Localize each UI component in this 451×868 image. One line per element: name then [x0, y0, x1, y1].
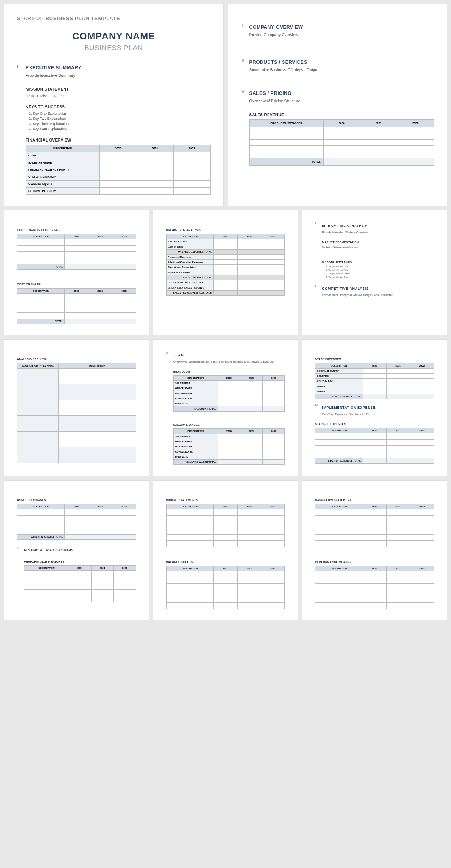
- mission-heading: MISSION STATEMENT: [26, 87, 211, 91]
- page-row-4: ASSET PURCHASES DESCRIPTION202020212022 …: [4, 480, 447, 620]
- page-1: START-UP BUSINESS PLAN TEMPLATE COMPANY …: [4, 4, 224, 206]
- template-title: START-UP BUSINESS PLAN TEMPLATE: [17, 15, 211, 21]
- is-table: DESCRIPTION202020212022: [166, 504, 285, 547]
- bs-table: DESCRIPTION202020212022: [166, 566, 285, 609]
- page-5: I.MARKETING STRATEGYProvide Marketing St…: [302, 210, 447, 335]
- keys-list: Key One Explanation Key Two Explanation …: [33, 112, 211, 131]
- page-4: BREAK-EVEN ANALYSIS DESCRIPTION202020212…: [153, 210, 298, 335]
- section-company-overview: II.COMPANY OVERVIEW Provide Company Over…: [241, 23, 434, 37]
- section-exec-summary: I.EXECUTIVE SUMMARY Provide Executive Su…: [17, 64, 211, 78]
- finov-table: DESCRIPTION202020212022 CASH SALES REVEN…: [26, 145, 211, 195]
- page-row-2: GROSS-MARGIN PERCENTAGE DESCRIPTION20202…: [4, 210, 447, 335]
- key-item: Key Four Explanation: [33, 127, 211, 131]
- section-products: III.PRODUCTS / SERVICES Summarize Busine…: [241, 58, 434, 72]
- page-3: GROSS-MARGIN PERCENTAGE DESCRIPTION20202…: [4, 210, 149, 335]
- pm2-table: DESCRIPTION202020212022: [315, 566, 434, 609]
- sw-table: DESCRIPTION202020212022 SALES REPS OFFIC…: [173, 428, 285, 465]
- cos-table: DESCRIPTION202020212022 TOTAL: [17, 288, 136, 324]
- key-item: Key Two Explanation: [33, 117, 211, 121]
- company-name: COMPANY NAME: [17, 31, 211, 42]
- page-10: INCOME STATEMENTS DESCRIPTION20202021202…: [153, 480, 298, 620]
- ap-table: DESCRIPTION202020212022 ASSET PURCHASES …: [17, 504, 136, 540]
- sue-table: DESCRIPTION202020212022 STARTUP EXPENSES…: [315, 428, 434, 464]
- section-sales-pricing: IV.SALES / PRICING Overview of Pricing S…: [241, 89, 434, 103]
- section-body: Provide Executive Summary: [26, 73, 211, 78]
- bea-table: DESCRIPTION202020212022 SALES REVENUE Co…: [166, 234, 285, 296]
- keys-heading: KEYS TO SUCCESS: [26, 105, 211, 109]
- key-item: Key Three Explanation: [33, 122, 211, 126]
- page-9: ASSET PURCHASES DESCRIPTION202020212022 …: [4, 480, 149, 620]
- gmp-table: DESCRIPTION202020212022 TOTAL: [17, 234, 136, 270]
- page-11: CASH-FLOW STATEMENT DESCRIPTION202020212…: [302, 480, 447, 620]
- salesrev-heading: SALES REVENUE: [249, 113, 434, 117]
- section-heading: EXECUTIVE SUMMARY: [26, 65, 81, 71]
- page-row-3: ANALYSIS RESULTS COMPETITOR TYPE / NAMED…: [4, 339, 447, 476]
- page-7: III.TEAMOverview of Management and Staff…: [153, 339, 298, 476]
- pm-table: DESCRIPTION202020212022: [24, 565, 136, 602]
- page-2: II.COMPANY OVERVIEW Provide Company Over…: [228, 4, 447, 206]
- mission-body: Provide Mission Statement: [27, 94, 211, 98]
- page-row-1: START-UP BUSINESS PLAN TEMPLATE COMPANY …: [4, 4, 447, 206]
- ar-table: COMPETITOR TYPE / NAMEDESCRIPTION: [17, 363, 136, 463]
- hc-table: DESCRIPTION202020212022 SALES REPS OFFIC…: [173, 375, 285, 412]
- key-item: Key One Explanation: [33, 112, 211, 115]
- salesrev-table: PRODUCTS / SERVICES202020212022 TOTAL: [249, 119, 434, 166]
- page-6: ANALYSIS RESULTS COMPETITOR TYPE / NAMED…: [4, 339, 149, 476]
- section-number: I.: [17, 64, 26, 69]
- finov-heading: FINANCIAL OVERVIEW: [26, 138, 211, 142]
- cfs-table: DESCRIPTION202020212022: [315, 504, 434, 547]
- business-plan-label: BUSINESS PLAN: [17, 44, 211, 52]
- page-8: STAFF EXPENSES DESCRIPTION202020212022 S…: [302, 339, 447, 476]
- se-table: DESCRIPTION202020212022 SOCIAL SECURITY …: [315, 363, 434, 399]
